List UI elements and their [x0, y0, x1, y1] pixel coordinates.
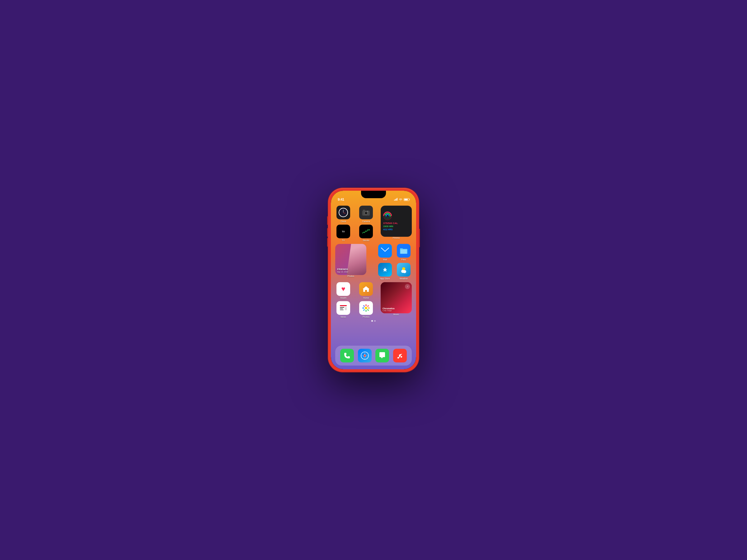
- app-row-1: Clock TV TV: [335, 206, 412, 242]
- battery-icon: [404, 198, 409, 201]
- app-mail[interactable]: Mail: [377, 244, 393, 261]
- svg-rect-13: [340, 305, 347, 306]
- weather-icon[interactable]: [397, 263, 411, 276]
- news-icon[interactable]: [336, 301, 350, 315]
- fitness-hours: 4/12 HRS: [383, 228, 409, 231]
- health-home-col: ♥ Health: [335, 282, 352, 319]
- page-dots: [335, 320, 412, 322]
- svg-point-4: [367, 211, 368, 212]
- mail-files-row: Mail Files: [377, 244, 412, 261]
- app-appstore[interactable]: App Store: [377, 263, 393, 280]
- photos-icon[interactable]: [359, 301, 373, 315]
- app-clock[interactable]: Clock: [335, 206, 352, 223]
- wifi-icon: [399, 198, 403, 201]
- mail-label: Mail: [383, 259, 387, 261]
- clock-label: Clock: [340, 220, 346, 223]
- clock-icon[interactable]: [336, 206, 350, 219]
- app-news[interactable]: News: [335, 301, 352, 318]
- dock: [335, 346, 412, 366]
- dock-messages[interactable]: [376, 349, 389, 363]
- svg-rect-22: [368, 308, 370, 308]
- home-screen: 9:41: [331, 191, 416, 369]
- music-widget-icon[interactable]: ♪ Chromatica Lady Gaga: [381, 282, 412, 313]
- music-song: Chromatica: [383, 308, 410, 310]
- weather-svg: [399, 265, 408, 274]
- svg-rect-19: [366, 304, 367, 306]
- photos-friends-label: FRIENDS: [337, 268, 348, 271]
- heart-icon: ♥: [341, 285, 345, 293]
- stocks-icon[interactable]: [359, 224, 373, 238]
- camera-icon[interactable]: [359, 206, 373, 219]
- app-camera[interactable]: Camera: [358, 206, 374, 223]
- files-icon[interactable]: [397, 244, 411, 258]
- svg-rect-1: [363, 210, 365, 211]
- app-row-3: ♥ Health: [335, 282, 412, 319]
- mail-files-col: Mail Files: [377, 244, 412, 280]
- svg-rect-15: [340, 308, 343, 309]
- health-icon[interactable]: ♥: [336, 282, 350, 296]
- tv-logo: TV: [342, 231, 345, 233]
- app-stocks[interactable]: Stocks: [358, 224, 374, 242]
- app-row-2: FRIENDS Sep 10, 2019 Photos: [335, 244, 412, 280]
- app-weather[interactable]: Weather: [395, 263, 412, 280]
- mail-icon[interactable]: [378, 244, 392, 258]
- fitness-widget-icon[interactable]: 375/500 CAL 19/30 MIN 4/12 HRS: [381, 206, 412, 237]
- status-icons: [394, 198, 409, 201]
- svg-rect-25: [363, 305, 365, 307]
- music-icon: [396, 351, 404, 359]
- photos-date-label: Sep 10, 2019: [337, 271, 348, 273]
- ring-stack: [383, 212, 392, 220]
- app-tv[interactable]: TV TV: [335, 224, 352, 242]
- tv-label: TV: [342, 239, 345, 242]
- svg-rect-21: [362, 308, 364, 308]
- music-info: Chromatica Lady Gaga: [383, 308, 410, 312]
- app-photos-widget[interactable]: FRIENDS Sep 10, 2019 Photos: [335, 244, 366, 277]
- tv-icon[interactable]: TV: [336, 224, 350, 238]
- notch: [361, 191, 386, 198]
- appstore-label: App Store: [380, 277, 390, 280]
- app-photos[interactable]: Photos: [358, 301, 374, 318]
- news-label: News: [340, 316, 346, 318]
- clock-face: [339, 208, 348, 217]
- svg-rect-17: [345, 307, 347, 310]
- svg-rect-24: [363, 309, 365, 311]
- svg-rect-11: [403, 271, 405, 273]
- files-label: Files: [402, 259, 406, 261]
- phone-screen: 9:41: [331, 191, 416, 369]
- music-artist: Lady Gaga: [383, 310, 410, 312]
- phone-icon: [343, 351, 351, 359]
- health-label: Health: [340, 297, 346, 299]
- photos-svg: [362, 304, 370, 312]
- photos-widget-icon[interactable]: FRIENDS Sep 10, 2019: [335, 244, 366, 275]
- news-svg: [339, 304, 348, 312]
- small-apps-col: Clock TV TV: [335, 206, 352, 242]
- camera-label: Camera: [362, 220, 370, 223]
- mail-svg: [381, 248, 389, 254]
- svg-rect-6: [401, 249, 407, 254]
- music-note-icon: ♪: [405, 284, 410, 289]
- home-icon[interactable]: [359, 282, 373, 296]
- page-dot-1[interactable]: [371, 320, 373, 322]
- fitness-calories: 375/500 CAL: [383, 221, 409, 225]
- phone-device: 9:41: [328, 188, 419, 372]
- photos-widget-label: Photos: [347, 275, 354, 277]
- app-music-widget[interactable]: ♪ Chromatica Lady Gaga Music: [381, 282, 412, 316]
- app-health[interactable]: ♥ Health: [335, 282, 352, 299]
- appstore-icon[interactable]: [378, 263, 392, 276]
- small-apps-col2: Camera Stocks: [358, 206, 374, 242]
- dock-music[interactable]: [393, 349, 407, 363]
- signal-icon: [394, 198, 397, 201]
- files-svg: [399, 247, 408, 255]
- page-dot-2[interactable]: [374, 320, 376, 322]
- app-home[interactable]: Home: [358, 282, 374, 299]
- app-files[interactable]: Files: [395, 244, 412, 261]
- dock-safari[interactable]: [358, 349, 371, 363]
- app-fitness-widget[interactable]: 375/500 CAL 19/30 MIN 4/12 HRS: [381, 206, 412, 239]
- weather-label: Weather: [400, 277, 408, 280]
- dock-phone[interactable]: [340, 349, 354, 363]
- battery-fill: [404, 199, 408, 201]
- safari-icon: [360, 351, 369, 360]
- fitness-stats: 375/500 CAL 19/30 MIN 4/12 HRS: [383, 221, 409, 231]
- music-widget-label: Music: [393, 313, 399, 316]
- home-label: Home: [363, 297, 369, 299]
